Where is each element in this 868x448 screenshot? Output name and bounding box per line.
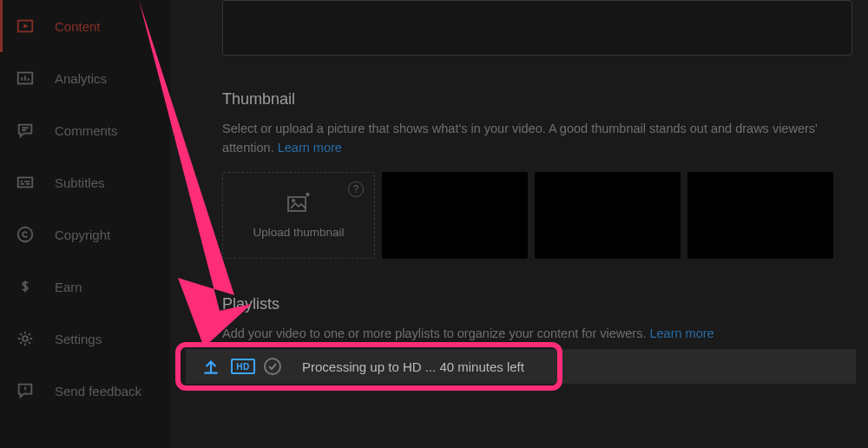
check-progress-icon [264, 358, 281, 375]
playlists-section-desc: Add your video to one or more playlists … [222, 324, 833, 343]
sidebar-item-analytics[interactable]: Analytics [0, 52, 170, 104]
copyright-icon [15, 224, 36, 245]
image-add-icon [286, 192, 311, 215]
playlists-desc-text: Add your video to one or more playlists … [222, 326, 649, 340]
gear-icon [15, 328, 36, 349]
comment-icon [15, 120, 36, 141]
playlists-learn-more-link[interactable]: Learn more [649, 326, 713, 340]
sidebar-item-label: Content [55, 19, 101, 34]
help-icon[interactable]: ? [348, 181, 364, 197]
bar-chart-icon [15, 68, 36, 89]
thumbnail-row: ? Upload thumbnail [222, 172, 833, 259]
sidebar-item-label: Comments [55, 123, 118, 138]
sidebar-item-copyright[interactable]: Copyright [0, 208, 170, 260]
thumbnail-learn-more-link[interactable]: Learn more [278, 141, 342, 155]
upload-arrow-icon [200, 355, 222, 378]
thumbnail-option-1[interactable] [382, 172, 528, 259]
description-textarea[interactable] [222, 0, 852, 56]
thumbnail-option-3[interactable] [687, 172, 833, 259]
sidebar-item-label: Copyright [55, 227, 110, 242]
sidebar-item-label: Analytics [55, 71, 107, 86]
feedback-icon [15, 380, 36, 401]
sidebar-item-earn[interactable]: Earn [0, 260, 170, 313]
sidebar-item-subtitles[interactable]: Subtitles [0, 156, 170, 208]
sidebar-item-label: Subtitles [55, 175, 105, 190]
svg-point-6 [293, 200, 295, 202]
svg-point-4 [23, 336, 28, 341]
upload-thumbnail-label: Upload thumbnail [253, 226, 344, 239]
sidebar: Content Analytics Comments Subtitles [0, 0, 170, 448]
hd-badge: HD [231, 359, 255, 374]
upload-thumbnail-button[interactable]: ? Upload thumbnail [222, 172, 375, 259]
thumbnail-section-title: Thumbnail [222, 90, 833, 109]
processing-bar: HD Processing up to HD ... 40 minutes le… [186, 349, 856, 384]
sidebar-item-label: Send feedback [55, 384, 141, 399]
play-box-icon [15, 16, 36, 36]
sidebar-item-content[interactable]: Content [0, 0, 170, 52]
svg-point-3 [18, 227, 33, 242]
sidebar-item-comments[interactable]: Comments [0, 104, 170, 156]
sidebar-item-label: Settings [55, 332, 102, 346]
playlists-section-title: Playlists [222, 295, 833, 313]
subtitles-icon [15, 172, 36, 193]
sidebar-item-label: Earn [55, 280, 82, 294]
sidebar-item-settings[interactable]: Settings [0, 313, 170, 365]
processing-status-text: Processing up to HD ... 40 minutes left [302, 359, 524, 374]
thumbnail-option-2[interactable] [535, 172, 681, 259]
sidebar-item-feedback[interactable]: Send feedback [0, 365, 170, 417]
dollar-icon [15, 276, 36, 297]
thumbnail-section-desc: Select or upload a picture that shows wh… [222, 119, 833, 158]
